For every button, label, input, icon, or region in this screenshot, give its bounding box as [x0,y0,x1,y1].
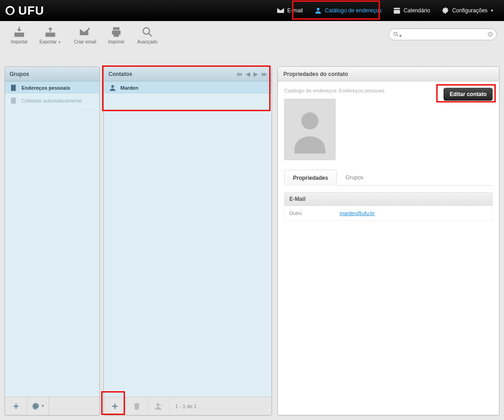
contacts-paging: ⏮ ◀ ▶ ⏭ [237,71,267,77]
page-next-icon[interactable]: ▶ [254,71,258,77]
detail-body: Editar contato Catálogo de endereços: En… [278,81,499,415]
import-button[interactable]: Importar [7,26,31,44]
page-last-icon[interactable]: ⏭ [261,71,267,77]
person-minus-icon [154,402,163,411]
group-item-collected[interactable]: Coletado automaticamente [5,94,99,107]
avatar-placeholder-icon [289,104,331,155]
gear-icon [441,6,450,15]
calendar-icon [393,6,401,15]
add-contact-button[interactable] [104,397,126,415]
svg-point-1 [394,32,397,35]
addressbook-icon [10,84,18,92]
contact-item-label: Marden [120,85,138,91]
magnify-icon [141,26,154,38]
nav-addressbook-label: Catálogo de endereços [325,7,382,14]
plus-icon [11,402,21,411]
groups-title: Grupos [10,71,29,77]
person-icon [108,84,117,92]
compose-icon [79,26,92,38]
email-field-value[interactable]: marden@ufu.br [340,210,375,216]
contacts-list: Marden [104,81,271,397]
advanced-button[interactable]: Avançado [135,26,159,44]
detail-title: Propriedades do contato [283,71,348,77]
detail-tabs: Propriedades Grupos [284,169,493,186]
person-icon [314,6,322,15]
tab-groups[interactable]: Grupos [337,169,372,185]
addressbook-icon [10,97,18,105]
clear-search-icon[interactable] [487,31,493,38]
export-button[interactable]: Exportar▼ [38,26,62,44]
group-item-label: Coletado automaticamente [22,98,81,103]
contact-detail-panel: Propriedades do contato Editar contato C… [277,66,499,415]
topbar: UFU E-mail Catálogo de endereços Calendá… [0,0,504,21]
nav-settings[interactable]: Configurações ▼ [436,0,499,21]
import-label: Importar [11,39,27,44]
toolbar: Importar Exportar▼ Criar email Imprimir … [0,21,504,53]
search-input[interactable] [402,32,483,37]
edit-contact-button[interactable]: Editar contato [444,88,493,101]
contacts-footer: 1 - 1 de 1 [104,397,271,415]
search-icon[interactable]: ▾ [393,31,402,39]
compose-button[interactable]: Criar email [73,26,97,44]
contact-avatar [284,99,336,160]
group-actions-button[interactable]: ▼ [27,397,49,415]
page-first-icon[interactable]: ⏮ [237,71,242,77]
brand-text: UFU [18,4,44,18]
svg-point-0 [143,28,150,34]
remove-from-group-button[interactable] [148,397,170,415]
print-button[interactable]: Imprimir [104,26,128,44]
email-field-label: Outro [289,210,340,216]
email-section-header: E-Mail [284,192,493,206]
top-navigation: E-mail Catálogo de endereços Calendário … [271,0,499,21]
contacts-header: Contatos ⏮ ◀ ▶ ⏭ [104,67,271,81]
compose-label: Criar email [74,39,96,44]
envelope-icon [276,6,285,15]
brand-logo: UFU [5,4,44,18]
groups-footer: ▼ [5,397,99,415]
email-field-row: Outro marden@ufu.br [284,206,493,221]
page-prev-icon[interactable]: ◀ [246,71,250,77]
plus-icon [110,402,119,411]
add-group-button[interactable] [5,397,27,415]
export-label: Exportar [39,39,57,44]
contact-item[interactable]: Marden [104,81,271,94]
chevron-down-icon: ▼ [490,9,494,13]
paging-text: 1 - 1 de 1 [170,404,202,409]
group-item-personal[interactable]: Endereços pessoais [5,81,99,94]
gear-icon [31,402,40,411]
detail-header: Propriedades do contato [278,67,499,81]
tab-properties[interactable]: Propriedades [284,170,337,186]
nav-settings-label: Configurações [452,7,488,14]
contacts-title: Contatos [108,71,132,77]
import-icon [13,26,26,38]
print-icon [110,26,123,38]
delete-contact-button[interactable] [126,397,148,415]
advanced-label: Avançado [137,39,157,44]
search-container: ▾ [389,28,497,40]
trash-icon [132,402,141,411]
group-item-label: Endereços pessoais [22,85,70,91]
export-icon [44,26,57,38]
main-area: Grupos Endereços pessoais Coletado autom… [5,66,499,415]
print-label: Imprimir [108,39,125,44]
logo-icon [5,5,16,16]
groups-header: Grupos [5,67,99,81]
nav-calendar[interactable]: Calendário [387,0,436,21]
nav-addressbook[interactable]: Catálogo de endereços [309,0,387,21]
groups-list: Endereços pessoais Coletado automaticame… [5,81,99,397]
groups-panel: Grupos Endereços pessoais Coletado autom… [5,66,100,415]
nav-calendar-label: Calendário [404,7,430,14]
nav-email-label: E-mail [287,7,303,14]
contacts-panel: Contatos ⏮ ◀ ▶ ⏭ Marden 1 - [103,66,272,415]
nav-email[interactable]: E-mail [271,0,309,21]
